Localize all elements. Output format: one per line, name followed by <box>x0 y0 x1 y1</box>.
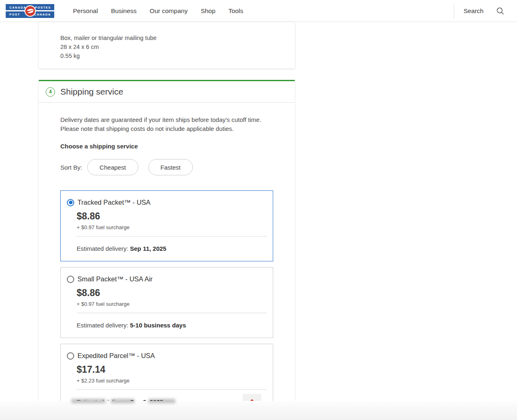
blurred-footer-remnant <box>111 399 135 403</box>
nav-shop[interactable]: Shop <box>201 7 215 15</box>
section-title: Shipping service <box>60 87 123 97</box>
sort-by-label: Sort By: <box>60 164 82 171</box>
shipping-service-panel: 4 Shipping service Delivery dates are gu… <box>39 80 295 401</box>
nav-business[interactable]: Business <box>111 7 137 15</box>
up-arrow-icon <box>246 397 258 401</box>
estimated-delivery-value: 5-10 business days <box>130 322 186 329</box>
radio-unselected[interactable] <box>67 276 74 283</box>
header-search-area: Search <box>454 3 517 19</box>
option-price: $8.86 <box>77 211 267 222</box>
page-bottom-fade <box>0 401 517 420</box>
page: CANADA POST POSTES CANADA Personal Busin… <box>0 0 517 420</box>
radio-selected[interactable] <box>67 199 74 206</box>
option-name[interactable]: Small Packet™ - USA Air <box>77 275 152 283</box>
package-dimensions: 28 x 24 x 6 cm <box>60 42 295 51</box>
nav-personal[interactable]: Personal <box>73 7 98 15</box>
divider <box>77 389 267 390</box>
main-content: Box, mailer or triangular mailing tube 2… <box>0 22 517 401</box>
choose-service-label: Choose a shipping service <box>60 143 273 150</box>
site-header: CANADA POST POSTES CANADA Personal Busin… <box>0 0 517 22</box>
step-number-badge: 4 <box>46 87 55 97</box>
option-small-packet-usa-air[interactable]: Small Packet™ - USA Air $8.86 + $0.97 fu… <box>60 267 273 338</box>
canada-post-logo[interactable]: CANADA POST POSTES CANADA <box>6 4 54 18</box>
nav-tools[interactable]: Tools <box>228 7 243 15</box>
estimated-delivery-label: Estimated delivery: <box>77 245 128 252</box>
shipping-section-body: Delivery dates are guaranteed if your it… <box>39 103 295 401</box>
package-weight: 0.55 kg <box>60 51 295 60</box>
fuel-surcharge: + $0.97 fuel surcharge <box>77 301 267 307</box>
estimated-delivery: Estimated delivery:Sep 11, 2025 <box>77 245 267 252</box>
logo-text-post: POST <box>9 13 20 16</box>
option-tracked-packet-usa[interactable]: Tracked Packet™ - USA $8.86 + $0.97 fuel… <box>60 190 273 261</box>
fuel-surcharge: + $0.97 fuel surcharge <box>77 224 267 230</box>
estimated-delivery-value: Sep 11, 2025 <box>130 245 166 252</box>
sort-by-row: Sort By: Cheapest Fastest <box>60 159 273 175</box>
search-icon[interactable] <box>496 7 505 15</box>
option-name[interactable]: Tracked Packet™ - USA <box>77 199 150 206</box>
wing-emblem-icon <box>24 5 36 17</box>
search-label[interactable]: Search <box>464 7 484 15</box>
logo-text-canada: CANADA <box>9 6 27 9</box>
package-type: Box, mailer or triangular mailing tube <box>60 33 295 42</box>
package-summary-card: Box, mailer or triangular mailing tube 2… <box>39 22 295 69</box>
option-name[interactable]: Expedited Parcel™ - USA <box>77 352 155 360</box>
estimated-delivery: Estimated delivery:5-10 business days <box>77 322 267 329</box>
option-price: $8.86 <box>77 287 267 298</box>
sort-fastest-button[interactable]: Fastest <box>148 159 193 175</box>
divider <box>77 236 267 237</box>
option-price: $17.14 <box>77 364 267 375</box>
option-expedited-parcel-usa[interactable]: Expedited Parcel™ - USA $17.14 + $2.23 f… <box>60 344 273 401</box>
shipping-section-header: 4 Shipping service <box>39 81 295 103</box>
sort-cheapest-button[interactable]: Cheapest <box>87 159 138 175</box>
shipping-options-list: Tracked Packet™ - USA $8.86 + $0.97 fuel… <box>60 190 273 401</box>
divider <box>77 313 267 313</box>
logo-text-postes: POSTES <box>35 6 51 9</box>
estimated-delivery-label: Estimated delivery: <box>77 322 128 329</box>
delivery-guarantee-text: Delivery dates are guaranteed if your it… <box>60 115 276 133</box>
back-to-top-button[interactable] <box>243 394 261 401</box>
blurred-footer-remnant <box>71 399 106 403</box>
radio-unselected[interactable] <box>67 352 74 360</box>
logo-text-canada-fr: CANADA <box>34 13 51 16</box>
fuel-surcharge: + $2.23 fuel surcharge <box>77 378 267 384</box>
main-nav: Personal Business Our company Shop Tools <box>73 7 243 15</box>
nav-our-company[interactable]: Our company <box>150 7 188 15</box>
blurred-footer-remnant <box>148 399 175 403</box>
